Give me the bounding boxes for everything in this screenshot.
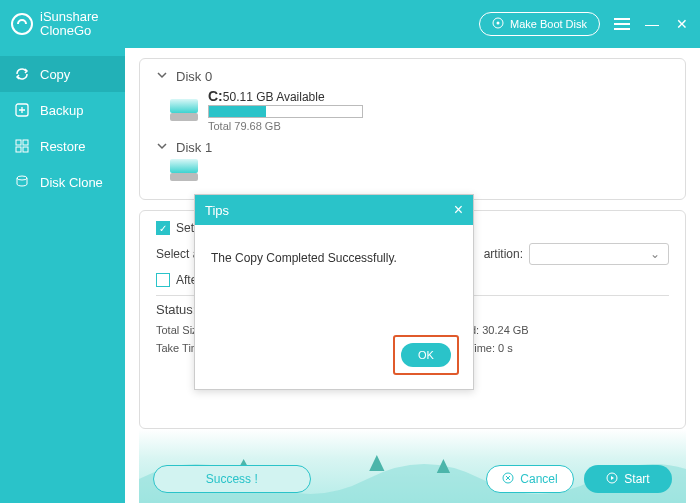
dialog-title: Tips <box>205 203 229 218</box>
app-name-line2: CloneGo <box>40 24 99 38</box>
cancel-label: Cancel <box>520 472 557 486</box>
chevron-down-icon <box>156 69 168 84</box>
disk-clone-icon <box>14 174 30 190</box>
cancel-button[interactable]: Cancel <box>486 465 574 493</box>
start-button[interactable]: Start <box>584 465 672 493</box>
ok-label: OK <box>418 349 434 361</box>
chevron-down-icon <box>156 140 168 155</box>
svg-point-8 <box>17 176 27 180</box>
sidebar-item-backup[interactable]: Backup <box>0 92 125 128</box>
sidebar: Copy Backup Restore Disk Clone <box>0 48 125 503</box>
disk0-header[interactable]: Disk 0 <box>156 69 669 84</box>
select-target-label-prefix: Select a <box>156 247 199 261</box>
select-target-label-suffix: artition: <box>484 247 523 261</box>
backup-icon <box>14 102 30 118</box>
have-copied-value: 30.24 GB <box>482 324 528 336</box>
dialog-ok-button[interactable]: OK <box>401 343 451 367</box>
target-partition-dropdown[interactable]: ⌄ <box>529 243 669 265</box>
close-button[interactable]: ✕ <box>674 16 690 32</box>
cancel-icon <box>502 472 514 487</box>
sidebar-item-copy[interactable]: Copy <box>0 56 125 92</box>
sidebar-item-label: Copy <box>40 67 70 82</box>
sidebar-item-label: Restore <box>40 139 86 154</box>
remaining-value: 0 s <box>498 342 513 354</box>
play-icon <box>606 472 618 487</box>
svg-rect-5 <box>23 140 28 145</box>
sidebar-item-label: Disk Clone <box>40 175 103 190</box>
dialog-message: The Copy Completed Successfully. <box>211 251 397 265</box>
disc-icon <box>492 17 504 31</box>
app-name-line1: iSunshare <box>40 10 99 24</box>
ok-highlight-box: OK <box>393 335 459 375</box>
drive-icon <box>170 159 198 181</box>
partition-c-title: C:50.11 GB Available <box>208 88 363 104</box>
disk0-title: Disk 0 <box>176 69 212 84</box>
copy-icon <box>14 66 30 82</box>
shutdown-after-checkbox[interactable] <box>156 273 170 287</box>
titlebar: iSunshare CloneGo Make Boot Disk — ✕ <box>0 0 700 48</box>
start-label: Start <box>624 472 649 486</box>
svg-rect-7 <box>23 147 28 152</box>
menu-button[interactable] <box>614 18 630 30</box>
set-boot-checkbox[interactable]: ✓ <box>156 221 170 235</box>
disks-panel: Disk 0 C:50.11 GB Available Total 79.68 … <box>139 58 686 200</box>
svg-point-0 <box>12 14 32 34</box>
app-logo: iSunshare CloneGo <box>10 10 99 38</box>
dialog-close-button[interactable]: × <box>454 201 463 219</box>
disk1-header[interactable]: Disk 1 <box>156 140 669 155</box>
progress-success-bar: Success ! <box>153 465 311 493</box>
minimize-button[interactable]: — <box>644 16 660 32</box>
partition-d1-row[interactable] <box>170 159 669 181</box>
sidebar-item-restore[interactable]: Restore <box>0 128 125 164</box>
svg-point-2 <box>496 22 499 25</box>
partition-c-total: Total 79.68 GB <box>208 120 363 132</box>
success-label: Success ! <box>206 472 258 486</box>
footer-bar: Success ! Cancel Start <box>139 429 686 503</box>
make-boot-disk-button[interactable]: Make Boot Disk <box>479 12 600 36</box>
svg-rect-4 <box>16 140 21 145</box>
sidebar-item-label: Backup <box>40 103 83 118</box>
restore-icon <box>14 138 30 154</box>
partition-c-usage-bar <box>208 105 363 118</box>
svg-rect-6 <box>16 147 21 152</box>
make-boot-disk-label: Make Boot Disk <box>510 18 587 30</box>
app-logo-icon <box>10 12 34 36</box>
disk1-title: Disk 1 <box>176 140 212 155</box>
tips-dialog: Tips × The Copy Completed Successfully. … <box>194 194 474 390</box>
drive-icon <box>170 99 198 121</box>
partition-c-row[interactable]: C:50.11 GB Available Total 79.68 GB <box>170 88 669 132</box>
sidebar-item-disk-clone[interactable]: Disk Clone <box>0 164 125 200</box>
chevron-down-icon: ⌄ <box>650 247 660 261</box>
